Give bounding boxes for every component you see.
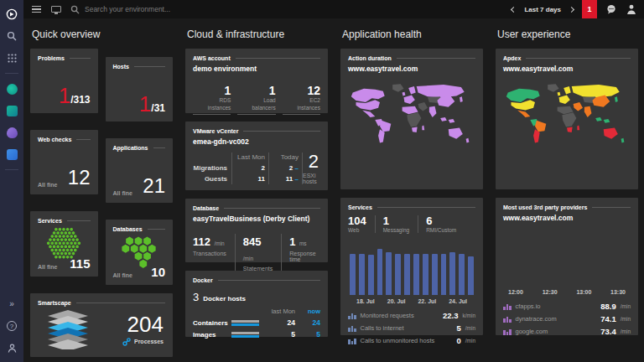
tile-title: Applications (113, 145, 148, 151)
dashboard: Quick overview Problems 1/313 Hosts 1/31… (23, 18, 644, 362)
smartscape-layers-icon (38, 309, 98, 349)
tile-aws-account[interactable]: AWS account demo environment 1 RDSinstan… (185, 49, 328, 113)
problems-total: /313 (70, 94, 90, 106)
problems-badge[interactable]: 1 (582, 0, 597, 18)
tile-title: Action duration (348, 55, 392, 61)
tile-third-party-providers[interactable]: Most used 3rd party providers www.easytr… (496, 198, 638, 335)
app-url: www.easytravel.com (348, 65, 475, 73)
tile-title: VMware vCenter (193, 128, 238, 134)
processes-count: 204 (98, 313, 164, 335)
applications-count: 21 (143, 176, 165, 196)
tile-title: Services (38, 218, 62, 224)
tile-smartscape[interactable]: Smartscape 204 Processes (30, 293, 173, 357)
timeframe-prev-icon[interactable] (511, 6, 517, 12)
section-title-quick-overview: Quick overview (32, 28, 173, 40)
metric-messaging: 1Messaging (375, 215, 418, 233)
tile-docker[interactable]: Docker 3Docker hosts last Monnow Contain… (185, 271, 328, 337)
vmware-table: Last MonToday Migrations22 – Guests1111 … (193, 153, 302, 184)
status-text: All fine (38, 264, 57, 270)
user-icon[interactable] (626, 3, 637, 15)
legend-row-google: google.com 73.4/min (503, 327, 631, 336)
third-party-stacked-bar-chart (503, 230, 631, 286)
sidebar-divider (5, 169, 18, 170)
apps-grid-icon[interactable] (5, 51, 18, 65)
bar-chart-icon (503, 303, 512, 310)
legend-row-calls-internet: Calls to internet 5/min (348, 323, 475, 333)
timeframe-selector[interactable]: Last 7 days (524, 6, 561, 13)
timeframe-next-icon[interactable] (569, 6, 574, 12)
metric-ec2-instances: 12 EC2instances (283, 85, 320, 115)
services-legend: Monitored requests 22.3k/min Calls to in… (348, 311, 475, 345)
help-icon[interactable]: ? (5, 319, 18, 333)
docker-hosts-label: Docker hosts (203, 295, 246, 303)
tile-hosts[interactable]: Hosts 1/31 (106, 57, 174, 122)
legend-row-dynatrace: dynatrace.com 74.1/min (503, 314, 631, 323)
bar-chart-icon (348, 325, 356, 332)
images-trend-bars (231, 332, 262, 338)
tile-title: Databases (113, 226, 143, 232)
expand-sidebar-icon[interactable]: » (5, 297, 18, 311)
app-icon-purple[interactable] (5, 126, 18, 139)
hamburger-menu-icon[interactable] (30, 3, 42, 15)
docker-containers-row: Containers 2424 (193, 318, 320, 327)
column-cloud-infrastructure: Cloud & infrastructure AWS account demo … (185, 27, 328, 362)
chart-x-axis: 18. Jul20. Jul22. Jul24. Jul (348, 298, 475, 304)
column-quick-overview: Quick overview Problems 1/313 Hosts 1/31… (30, 27, 173, 362)
tile-title: Web checks (38, 137, 71, 142)
tile-vmware-vcenter[interactable]: VMware vCenter emea-gdn-vc002 Last MonTo… (185, 122, 328, 190)
monitor-icon[interactable] (50, 3, 62, 15)
bar-chart-icon (503, 328, 512, 335)
legend-row-calls-unmonitored: Calls to unmonitored hosts 0/min (348, 336, 475, 345)
tile-title: Most used 3rd party providers (503, 204, 587, 210)
sidebar-divider (5, 73, 18, 74)
aws-environment-name: demo environment (193, 65, 320, 73)
app-icon-synthetic[interactable] (5, 104, 18, 117)
metric-load-balancers: 1 Loadbalancers (237, 85, 275, 115)
search-bar[interactable] (70, 5, 503, 14)
legend-row-monitored-requests: Monitored requests 22.3k/min (348, 311, 475, 320)
chat-icon[interactable] (605, 3, 617, 15)
search-input[interactable] (85, 5, 269, 13)
providers-legend: cfapps.io 88.9/min dynatrace.com 74.1/mi… (503, 302, 631, 336)
tile-applications[interactable]: Applications All fine21 (106, 138, 174, 203)
bar-chart-icon (348, 313, 356, 319)
tile-services-health[interactable]: Services 104Web 1Messaging 6RMI/Custom 1… (340, 198, 483, 335)
app-icon-blue[interactable] (5, 147, 18, 161)
tile-web-checks[interactable]: Web checks All fine12 (30, 130, 98, 194)
tile-services[interactable]: Services All fine115 (30, 211, 98, 277)
tile-databases[interactable]: Databases All fine10 (106, 220, 174, 285)
esxi-hosts-metric: 2 ESXi hosts (302, 153, 320, 184)
status-text: All fine (113, 190, 132, 196)
tile-database[interactable]: Database easyTravelBusiness (Derby Clien… (185, 199, 328, 262)
tile-title: Services (348, 204, 372, 210)
containers-trend-bars (231, 320, 262, 326)
service-requests-bar-chart (348, 243, 475, 295)
hosts-total: /31 (151, 102, 165, 114)
col-now: now (295, 308, 320, 315)
metric-rmi-custom: 6RMI/Custom (418, 215, 465, 233)
metric-response-time: 1 ms Response time (281, 234, 325, 272)
app-icon-gauge[interactable] (5, 82, 18, 96)
tile-apdex[interactable]: Apdex www.easytravel.com (496, 49, 638, 189)
search-icon (70, 5, 80, 14)
search-icon[interactable] (5, 29, 18, 43)
docker-hosts-count: 3 (193, 291, 199, 303)
app-url: www.easytravel.com (503, 65, 631, 73)
col-last-mon: last Mon (262, 308, 295, 315)
services-count: 115 (70, 257, 90, 270)
database-name: easyTravelBusiness (Derby Client) (193, 215, 320, 223)
tile-problems[interactable]: Problems 1/313 (30, 49, 98, 113)
dynatrace-logo-icon[interactable] (5, 8, 18, 21)
user-profile-icon[interactable] (5, 341, 18, 354)
process-icon (122, 338, 131, 346)
section-title-user-experience: User experience (497, 28, 638, 40)
apdex-world-map (503, 81, 631, 155)
action-duration-world-map (348, 81, 475, 155)
section-title-app-health: Application health (342, 28, 483, 40)
docker-images-row: Images 55 (193, 330, 320, 339)
tile-title: Hosts (113, 64, 129, 70)
metric-web: 104Web (348, 215, 375, 233)
tile-title: Smartscape (38, 300, 71, 306)
tile-title: AWS account (193, 55, 231, 61)
tile-action-duration[interactable]: Action duration www.easytravel.com (340, 49, 483, 189)
